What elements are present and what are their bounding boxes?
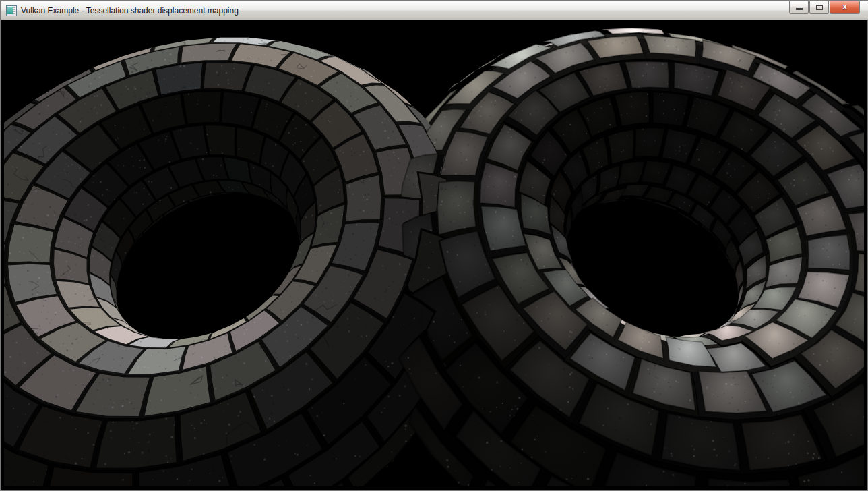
maximize-icon	[816, 5, 823, 10]
close-icon: x	[830, 2, 859, 11]
app-icon-teal-pane	[7, 7, 13, 14]
minimize-button[interactable]	[789, 1, 809, 14]
close-button[interactable]: x	[830, 1, 860, 14]
application-window: Vulkan Example - Tessellation shader dis…	[0, 0, 868, 491]
minimize-icon	[796, 8, 803, 10]
viewport-canvas[interactable]	[4, 20, 864, 486]
window-title: Vulkan Example - Tessellation shader dis…	[21, 6, 239, 16]
render-viewport	[4, 20, 864, 486]
app-icon-lines	[13, 7, 16, 14]
app-icon[interactable]	[6, 5, 17, 16]
title-bar[interactable]: Vulkan Example - Tessellation shader dis…	[1, 1, 868, 20]
maximize-button[interactable]	[809, 1, 829, 14]
window-controls: x	[788, 1, 860, 14]
